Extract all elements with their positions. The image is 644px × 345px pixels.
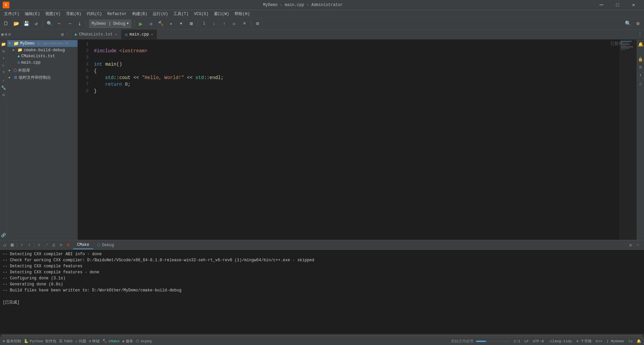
status-line-ending[interactable]: LF (524, 339, 529, 343)
tree-item-main-cpp[interactable]: ◎ main.cpp (7, 59, 77, 66)
strip-structure-btn[interactable]: ⚙ (0, 48, 7, 55)
tree-item-cmakelists[interactable]: ▲ CMakeLists.txt (7, 53, 77, 59)
bottom-filter-btn[interactable]: ≡ (36, 242, 42, 249)
menu-item-file[interactable]: 文件(F) (1, 10, 22, 17)
status-problems[interactable]: ⚠ 问题 (75, 339, 86, 344)
panel-more-btn[interactable]: ⋮ (65, 32, 69, 37)
status-profile[interactable]: | MyDemo (606, 339, 624, 343)
right-settings-btn[interactable]: ⚙ (637, 64, 644, 71)
status-todo[interactable]: ☰ TODO (59, 339, 72, 343)
minimize-btn[interactable]: ─ (594, 0, 609, 10)
cpp-tab-close[interactable]: ✕ (151, 32, 153, 37)
menu-item-nav[interactable]: 导航(N) (63, 10, 84, 17)
code-editor[interactable]: #include <iostream> int main() { std::co… (91, 40, 620, 240)
bottom-stop-btn[interactable]: ⏹ (9, 242, 15, 249)
global-search-btn[interactable]: 🔍 (623, 19, 633, 28)
forward-btn[interactable]: → (65, 19, 74, 28)
status-vcs[interactable]: ⚙ 版本控制 (3, 339, 21, 344)
output-content[interactable]: -- Detecting CXX compiler ABI info - don… (0, 250, 644, 334)
strip-settings-btn[interactable]: ⚙ (0, 91, 7, 98)
right-notifications-btn[interactable]: 🔔 (637, 41, 644, 48)
tree-item-external[interactable]: ▶ ⬡ 外部库 (7, 67, 77, 74)
settings-gear-btn[interactable]: ⚙ (633, 19, 643, 28)
tab-main-cpp[interactable]: ◎ main.cpp ✕ (121, 29, 157, 39)
close-btn[interactable]: ✕ (626, 0, 641, 10)
tree-item-temp[interactable]: ▶ 🖥 临时文件和控制台 (7, 74, 77, 81)
reload-btn[interactable]: ↺ (146, 19, 156, 28)
tree-item-cmake-build[interactable]: ▶ 📁 cmake-build-debug (7, 47, 77, 53)
menu-item-run[interactable]: 运行(U) (150, 10, 171, 17)
new-file-btn[interactable]: 🗋 (1, 19, 11, 28)
eval-btn[interactable]: ≡ (240, 19, 249, 28)
strip-plugins-btn[interactable]: 🔗 (0, 232, 7, 238)
strip-cmake-btn[interactable]: 🔧 (0, 84, 7, 91)
expand-all-btn[interactable]: ⊞ (5, 32, 7, 37)
bottom-settings-btn[interactable]: ⚙ (58, 242, 64, 249)
right-delta-btn[interactable]: △ (637, 80, 644, 87)
status-indent[interactable]: 4 个空格 (576, 339, 592, 344)
menu-item-build[interactable]: 构建(B) (129, 10, 150, 17)
menu-item-help[interactable]: 帮助(H) (232, 10, 253, 17)
open-btn[interactable]: 📂 (11, 19, 21, 28)
bottom-scroll-down-btn[interactable]: ⬇ (26, 242, 33, 249)
strip-favorites-btn[interactable]: ⬆ (0, 55, 7, 62)
sync-btn[interactable]: ↺ (32, 19, 41, 28)
status-formatter[interactable]: .clang-tidy (548, 339, 572, 343)
cmake-tab-close[interactable]: ✕ (115, 32, 117, 37)
strip-project-btn[interactable]: 📁 (0, 41, 7, 48)
status-cmake[interactable]: 🔨 CMake (102, 339, 119, 343)
status-language[interactable]: C++ (596, 339, 602, 343)
step-into-btn[interactable]: ↓ (210, 19, 219, 28)
right-download-btn[interactable]: ⬇ (637, 72, 644, 79)
panel-settings-btn[interactable]: ⚙ (61, 32, 64, 37)
stop-btn[interactable]: ⏹ (186, 19, 196, 28)
right-lock-btn[interactable]: 🔒 (637, 56, 644, 63)
menu-item-refactor[interactable]: Refactor (105, 11, 129, 17)
status-encoding[interactable]: UTF-8 (533, 339, 544, 343)
strip-debug-btn[interactable]: ≡ (0, 69, 7, 76)
bottom-regex-btn[interactable]: .* (43, 242, 50, 249)
build-clean-btn[interactable]: ✦ (166, 19, 176, 28)
recent-locations-btn[interactable]: ⤓ (75, 19, 84, 28)
bottom-reload-btn[interactable]: ↺ (1, 242, 8, 249)
status-vcpkg[interactable]: ⬡ Vcpkg (136, 339, 152, 343)
menu-item-code[interactable]: 代码(C) (84, 10, 105, 17)
cmake-settings-btn[interactable]: ⚙ (253, 19, 262, 28)
resume-btn[interactable]: ▷ (230, 19, 239, 28)
step-out-btn[interactable]: ↑ (220, 19, 229, 28)
bottom-tab-cmake[interactable]: CMake (73, 241, 93, 249)
bottom-minimize-btn[interactable]: ─ (635, 242, 641, 249)
tab-cmake[interactable]: ▲ CMakeLists.txt ✕ (70, 29, 121, 39)
build-selector[interactable]: MyDemo | Debug ▼ (89, 20, 131, 28)
bottom-gear-btn[interactable]: ⚙ (627, 242, 634, 249)
build-all-btn[interactable]: 🔨 (156, 19, 166, 28)
status-desc[interactable]: 🔔 (637, 339, 641, 343)
build-opts-btn[interactable]: ▼ (176, 19, 186, 28)
status-services[interactable]: ◈ 服务 (122, 339, 133, 344)
save-btn[interactable]: 💾 (21, 19, 31, 28)
bottom-scrollbar[interactable] (0, 334, 644, 337)
bottom-clear-btn[interactable]: 🗑 (65, 242, 72, 249)
collapse-all-btn[interactable]: ⊟ (8, 32, 11, 37)
search-btn[interactable]: 🔍 (45, 19, 54, 28)
tab-options-btn[interactable]: ⋮ (636, 29, 644, 39)
back-btn[interactable]: ← (55, 19, 64, 28)
bottom-print-btn[interactable]: 🖨 (50, 242, 57, 249)
tree-collapse-btn[interactable]: ▣ (1, 32, 4, 37)
menu-item-tools[interactable]: 工具(T) (171, 10, 192, 17)
run-btn[interactable]: ▶ (136, 19, 146, 28)
menu-item-edit[interactable]: 编辑(E) (22, 10, 43, 17)
bottom-tab-debug[interactable]: ⬡ Debug (93, 242, 118, 249)
step-over-btn[interactable]: ⤵ (200, 19, 209, 28)
status-cursor[interactable]: 1:1 (514, 339, 520, 343)
strip-run-btn[interactable]: ▷ (0, 62, 7, 69)
status-terminal[interactable]: ≡ 终端 (89, 339, 100, 344)
strip-git-btn[interactable]: ⚡ (0, 77, 7, 84)
tree-item-root[interactable]: ▼ 📁 MyDemo D:\WorkOther\M (7, 40, 77, 47)
status-python[interactable]: 🐍 Python 软件包 (24, 339, 56, 344)
bottom-scroll-up-btn[interactable]: ⬆ (18, 242, 25, 249)
menu-item-window[interactable]: 窗口(W) (211, 10, 232, 17)
menu-item-view[interactable]: 视图(V) (43, 10, 63, 17)
maximize-btn[interactable]: □ (610, 0, 625, 10)
menu-item-vcs[interactable]: VCS(S) (191, 11, 211, 17)
